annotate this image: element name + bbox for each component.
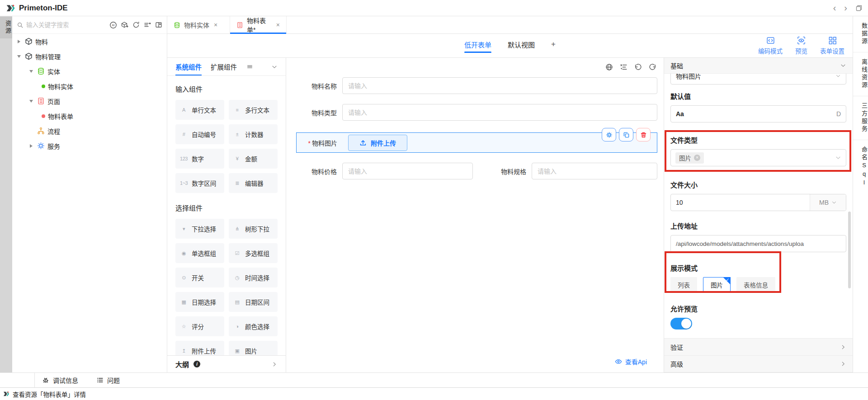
- palette-item-image[interactable]: ▣图片: [229, 341, 278, 355]
- palette-scroll-area[interactable]: 输入组件 A单行文本 ≡多行文本 #自动编号 ±计数器 123数字 ¥金额 1~…: [167, 76, 286, 355]
- view-tab-lowcode-form[interactable]: 低开表单: [464, 40, 491, 55]
- outline-bar[interactable]: 大纲 i: [167, 355, 286, 372]
- problems-button[interactable]: 问题: [96, 376, 120, 385]
- material-spec-input[interactable]: [532, 163, 657, 179]
- palette-tab-extended[interactable]: 扩展组件: [211, 58, 237, 75]
- board-view-icon[interactable]: [155, 21, 162, 28]
- close-icon[interactable]: ×: [214, 21, 217, 28]
- form-row-material-name[interactable]: 物料名称: [296, 77, 657, 94]
- file-type-select[interactable]: 图片 ×: [670, 149, 846, 166]
- undo-icon[interactable]: [634, 63, 642, 71]
- form-row-material-type[interactable]: 物料类型: [296, 104, 657, 121]
- palette-item-color-picker[interactable]: ◑颜色选择: [229, 316, 278, 336]
- upload-url-input[interactable]: /api/lowcode/models/attachments/actions/…: [670, 235, 846, 252]
- expander-expanded-icon[interactable]: [28, 100, 34, 103]
- palette-item-radio-group[interactable]: ◉单选框组: [175, 243, 224, 263]
- file-size-unit-select[interactable]: MB: [810, 194, 846, 211]
- expander-collapsed-icon[interactable]: [16, 40, 22, 43]
- form-settings-button[interactable]: 表单设置: [820, 36, 844, 55]
- field-name-select-clipped[interactable]: 物料图片: [670, 74, 846, 85]
- palette-item-tree-dropdown[interactable]: ⋔树形下拉: [229, 219, 278, 239]
- expander-expanded-icon[interactable]: [16, 55, 22, 58]
- palette-item-editor[interactable]: ≣编辑器: [229, 173, 278, 193]
- palette-item-number[interactable]: 123数字: [175, 149, 224, 169]
- tree-item-page-group[interactable]: 页面: [12, 94, 167, 108]
- rail-tab-offline-resources[interactable]: 离线资源: [853, 52, 868, 96]
- code-mode-button[interactable]: 编码模式: [758, 36, 783, 55]
- doc-tab-material-entity[interactable]: 物料实体 ×: [167, 16, 230, 33]
- display-mode-table-info[interactable]: 表格信息: [736, 277, 775, 292]
- palette-item-date-picker[interactable]: ▦日期选择: [175, 292, 224, 312]
- view-api-link[interactable]: 查看Api: [615, 357, 647, 366]
- rail-tab-third-party-services[interactable]: 三方服务: [853, 96, 868, 140]
- form-row-material-image-selected[interactable]: *物料图片 附件上传: [296, 132, 657, 153]
- new-resource-icon[interactable]: [121, 21, 128, 28]
- palette-item-attachment-upload[interactable]: ↥附件上传: [175, 341, 224, 355]
- palette-item-rating[interactable]: ☆评分: [175, 316, 224, 336]
- redo-icon[interactable]: [649, 63, 656, 71]
- palette-item-auto-number[interactable]: #自动编号: [175, 124, 224, 144]
- debug-info-button[interactable]: 调试信息: [42, 376, 78, 385]
- close-icon[interactable]: ×: [276, 21, 280, 28]
- section-advanced[interactable]: 高级: [664, 355, 853, 372]
- i18n-globe-icon[interactable]: [605, 63, 613, 71]
- palette-item-checkbox-group[interactable]: ☑多选框组: [229, 243, 278, 263]
- doc-tab-material-form[interactable]: 物料表单* ×: [230, 16, 287, 33]
- section-basic[interactable]: 基础: [664, 58, 853, 74]
- field-list-icon[interactable]: [620, 63, 627, 71]
- explorer-search-row: AI: [12, 16, 167, 34]
- palette-item-dropdown-select[interactable]: ▾下拉选择: [175, 219, 224, 239]
- tree-item-material[interactable]: 物料: [12, 34, 167, 49]
- tag-close-icon[interactable]: ×: [694, 155, 700, 161]
- tree-item-material-entity[interactable]: 物料实体: [12, 79, 167, 94]
- palette-menu-icon[interactable]: [247, 64, 253, 70]
- default-value-input[interactable]: Aa D: [670, 105, 846, 122]
- palette-item-counter[interactable]: ±计数器: [229, 124, 278, 144]
- scrollbar-thumb[interactable]: [848, 212, 851, 288]
- rail-tab-data-source[interactable]: 数据源: [853, 16, 868, 52]
- ai-assist-icon[interactable]: AI: [109, 21, 117, 29]
- tree-item-material-mgmt[interactable]: 物料管理: [12, 49, 167, 64]
- nav-forward-icon[interactable]: ›: [844, 3, 847, 13]
- palette-collapse-icon[interactable]: [271, 64, 278, 70]
- material-price-input[interactable]: [342, 163, 473, 179]
- tree-item-service[interactable]: 服务: [12, 138, 167, 153]
- attachment-upload-button[interactable]: 附件上传: [348, 135, 407, 151]
- palette-item-time-picker[interactable]: ◷时间选择: [229, 268, 278, 287]
- rail-tab-named-sql[interactable]: 命名Sql: [853, 140, 868, 194]
- palette-tab-system[interactable]: 系统组件: [175, 58, 202, 75]
- search-input[interactable]: [26, 22, 107, 28]
- material-type-input[interactable]: [342, 104, 657, 121]
- expander-expanded-icon[interactable]: [28, 70, 34, 73]
- display-mode-image-selected[interactable]: 图片 ✓: [703, 277, 731, 292]
- palette-item-single-line-text[interactable]: A单行文本: [175, 100, 224, 120]
- section-validation[interactable]: 验证: [664, 338, 853, 355]
- palette-item-date-range[interactable]: ▤日期区间: [229, 292, 278, 312]
- field-delete-button[interactable]: [636, 128, 651, 141]
- palette-item-multi-line-text[interactable]: ≡多行文本: [229, 100, 278, 120]
- file-size-input[interactable]: 10: [671, 194, 810, 211]
- doc-tab-label: 物料表单*: [247, 16, 272, 34]
- material-name-input[interactable]: [342, 77, 657, 94]
- palette-item-amount[interactable]: ¥金额: [229, 149, 278, 169]
- sort-list-icon[interactable]: [144, 21, 151, 28]
- preview-button[interactable]: 预览: [795, 36, 807, 55]
- tree-item-entity-group[interactable]: 实体: [12, 64, 167, 79]
- tree-item-material-form[interactable]: 物料表单: [12, 108, 167, 123]
- palette-item-number-range[interactable]: 1~3数字区间: [175, 173, 224, 193]
- expander-collapsed-icon[interactable]: [28, 144, 34, 148]
- display-mode-list[interactable]: 列表: [670, 277, 697, 292]
- window-restore-icon[interactable]: [855, 5, 863, 12]
- nav-back-icon[interactable]: ‹: [833, 3, 836, 13]
- activity-tab-resources[interactable]: 资源: [0, 17, 12, 38]
- view-tab-default-view[interactable]: 默认视图: [508, 40, 535, 55]
- refresh-icon[interactable]: [132, 21, 140, 28]
- chevron-right-icon[interactable]: [271, 361, 278, 367]
- palette-item-switch[interactable]: ⊙开关: [175, 268, 224, 287]
- field-copy-button[interactable]: [619, 128, 633, 141]
- tree-item-flow[interactable]: 流程: [12, 123, 167, 138]
- toggle-knob: [681, 319, 691, 329]
- add-view-button[interactable]: +: [551, 40, 556, 55]
- field-settings-button[interactable]: [602, 128, 616, 141]
- allow-preview-toggle-on[interactable]: [670, 318, 692, 329]
